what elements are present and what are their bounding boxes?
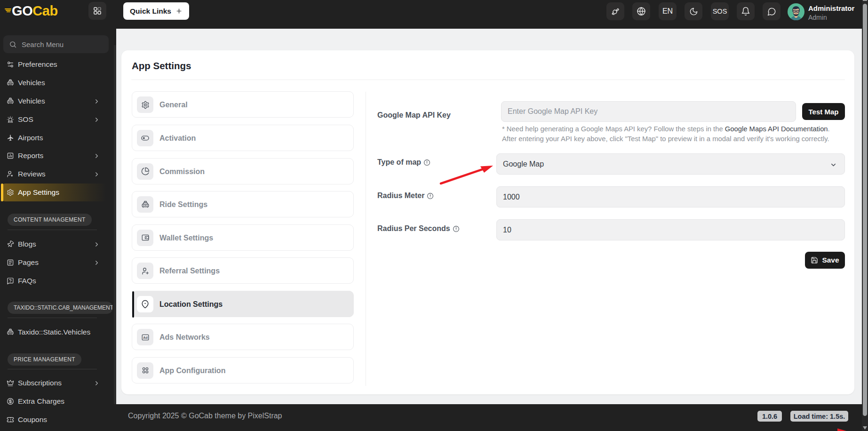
- svg-text:Ad: Ad: [143, 335, 147, 339]
